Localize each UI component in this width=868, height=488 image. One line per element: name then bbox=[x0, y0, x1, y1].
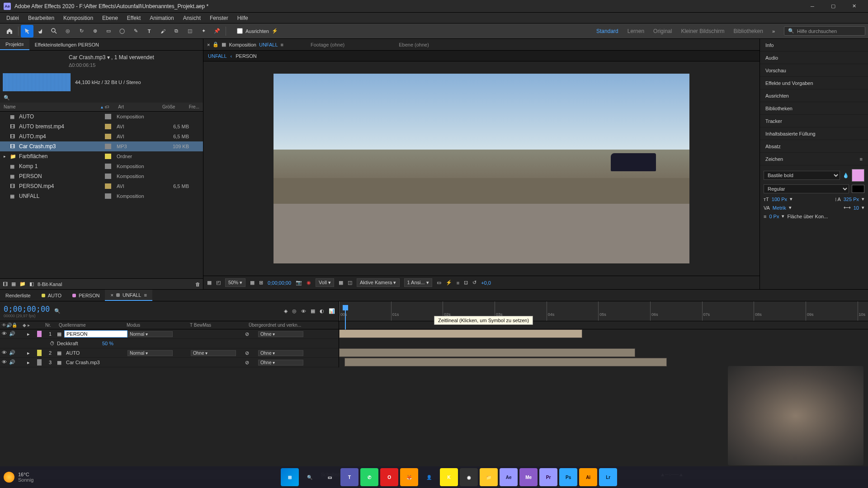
stamp-tool[interactable]: ⧉ bbox=[170, 25, 183, 38]
stroke-width-value[interactable]: 0 Px bbox=[769, 214, 779, 219]
obs-icon[interactable]: ◉ bbox=[460, 468, 478, 486]
pen-tool[interactable]: ✎ bbox=[129, 25, 142, 38]
color-icon[interactable]: ◉ bbox=[307, 280, 311, 286]
reset-exposure-icon[interactable]: ↺ bbox=[472, 280, 476, 286]
workspace-kleiner[interactable]: Kleiner Bildschirm bbox=[681, 28, 724, 34]
frame-blend-icon[interactable]: ▦ bbox=[311, 308, 315, 314]
interpret-icon[interactable]: 🎞 bbox=[3, 282, 8, 287]
3d-icon[interactable]: ◫ bbox=[348, 280, 352, 286]
minimize-button[interactable]: ─ bbox=[802, 0, 823, 13]
menu-ansicht[interactable]: Ansicht bbox=[179, 13, 205, 23]
close-button[interactable]: ✕ bbox=[844, 0, 864, 13]
font-family-dropdown[interactable]: Bastile bold bbox=[764, 171, 840, 180]
app-icon[interactable]: 👤 bbox=[420, 468, 438, 486]
project-column-headers[interactable]: Name ▴ 🏷 Art Größe Fre... bbox=[0, 103, 203, 112]
font-style-dropdown[interactable]: Regular bbox=[764, 184, 849, 193]
layer-bar[interactable] bbox=[339, 348, 635, 357]
layer-bar[interactable] bbox=[344, 358, 667, 366]
tab-auto[interactable]: AUTO bbox=[36, 290, 67, 301]
home-button[interactable] bbox=[3, 25, 16, 38]
menu-hilfe[interactable]: Hilfe bbox=[233, 13, 253, 23]
ellipse-tool[interactable]: ◯ bbox=[116, 25, 128, 38]
camera-dropdown[interactable]: Aktive Kamera ▾ bbox=[357, 278, 400, 287]
current-time[interactable]: 0;00;00;00 bbox=[268, 280, 291, 286]
taskbar-weather[interactable]: 16°C Sonnig bbox=[4, 472, 33, 483]
panel-inhaltsbasierte[interactable]: Inhaltsbasierte Füllung bbox=[760, 127, 868, 140]
anchor-tool[interactable]: ⊕ bbox=[89, 25, 101, 38]
project-item[interactable]: 🎞 Car Crash.mp3 MP3 109 KB bbox=[0, 141, 203, 151]
panel-absatz[interactable]: Absatz bbox=[760, 140, 868, 153]
panel-ausrichten[interactable]: Ausrichten bbox=[760, 89, 868, 102]
timeline-layer[interactable]: 👁🔊 ▸ 3 ▦ Car Crash.mp3 ⊘ Ohne ▾ bbox=[0, 358, 339, 367]
shy-icon[interactable]: 👁 bbox=[301, 309, 306, 314]
layer-property[interactable]: ⏱Deckkraft50 % bbox=[0, 339, 339, 348]
project-item[interactable]: ▦ AUTO Komposition bbox=[0, 112, 203, 122]
resolution-dropdown[interactable]: Voll ▾ bbox=[316, 278, 334, 287]
lightroom-icon[interactable]: Lr bbox=[599, 468, 617, 486]
kerning-value[interactable]: Metrik bbox=[773, 205, 786, 211]
graph-editor-icon[interactable]: 📊 bbox=[329, 308, 335, 314]
timeline-icon[interactable]: ≡ bbox=[457, 280, 459, 286]
views-dropdown[interactable]: 1 Ansi... ▾ bbox=[404, 278, 432, 287]
selection-tool[interactable] bbox=[21, 25, 33, 38]
layer-label[interactable]: Ebene (ohne) bbox=[399, 42, 429, 47]
leading-value[interactable]: 325 Px bbox=[844, 197, 859, 202]
timeline-layers-list[interactable]: 👁🔊 ▸ 1 ▦ PERSON Normal ▾ ⊘ Ohne ▾⏱Deckkr… bbox=[0, 329, 339, 367]
text-tool[interactable]: T bbox=[143, 25, 156, 38]
tab-renderliste[interactable]: Renderliste bbox=[0, 290, 36, 301]
maximize-button[interactable]: ▢ bbox=[823, 0, 844, 13]
fast-preview-icon[interactable]: ⚡ bbox=[446, 280, 452, 286]
menu-ebene[interactable]: Ebene bbox=[98, 13, 123, 23]
lock-icon[interactable]: 🔒 bbox=[212, 42, 219, 47]
tab-unfall[interactable]: ×UNFALL≡ bbox=[105, 290, 152, 301]
mask-icon[interactable]: ◰ bbox=[216, 280, 221, 286]
tab-projekt[interactable]: Projekt ≡ bbox=[0, 39, 29, 50]
menu-bearbeiten[interactable]: Bearbeiten bbox=[24, 13, 59, 23]
draft-3d-icon[interactable]: ◎ bbox=[292, 308, 297, 314]
workspace-original[interactable]: Original bbox=[653, 28, 672, 34]
rotate-tool[interactable]: ↻ bbox=[75, 25, 88, 38]
tab-person[interactable]: PERSON bbox=[67, 290, 105, 301]
fill-color-swatch[interactable] bbox=[852, 169, 864, 182]
hand-tool[interactable] bbox=[34, 25, 47, 38]
timeline-layer[interactable]: 👁🔊 ▸ 2 ▦ AUTO Normal ▾ Ohne ▾ ⊘ Ohne ▾ bbox=[0, 348, 339, 358]
new-comp-icon[interactable]: ▦ bbox=[11, 281, 16, 287]
project-item[interactable]: 🎞 AUTO bremst.mp4 AVI 6,5 MB bbox=[0, 122, 203, 131]
project-item[interactable]: 🎞 PERSON.mp4 AVI 6,5 MB bbox=[0, 181, 203, 191]
opera-icon[interactable]: O bbox=[380, 468, 398, 486]
panel-bibliotheken[interactable]: Bibliotheken bbox=[760, 102, 868, 115]
menu-fenster[interactable]: Fenster bbox=[205, 13, 233, 23]
guides-icon[interactable]: ⊞ bbox=[259, 280, 263, 286]
tab-effect-controls[interactable]: Effekteinstellungen PERSON bbox=[29, 39, 104, 50]
tracking-value[interactable]: 10 bbox=[854, 205, 859, 211]
premiere-icon[interactable]: Pr bbox=[539, 468, 557, 486]
media-encoder-icon[interactable]: Me bbox=[519, 468, 538, 486]
panel-zeichen[interactable]: Zeichen≡ bbox=[760, 153, 868, 165]
timeline-ruler[interactable]: Zeitlineal (Klicken, um Symbol zu setzen… bbox=[339, 301, 868, 321]
project-item[interactable]: ▦ Komp 1 Komposition bbox=[0, 161, 203, 171]
flowchart-icon[interactable]: ⊡ bbox=[464, 280, 468, 286]
firefox-icon[interactable]: 🦊 bbox=[400, 468, 418, 486]
breadcrumb-item[interactable]: PERSON bbox=[236, 53, 256, 59]
project-item[interactable]: ▦ PERSON Komposition bbox=[0, 171, 203, 181]
snapshot-icon[interactable]: 📷 bbox=[296, 280, 302, 286]
more-workspaces-icon[interactable]: » bbox=[772, 28, 775, 34]
new-folder-icon[interactable]: 📁 bbox=[19, 281, 26, 287]
menu-datei[interactable]: Datei bbox=[2, 13, 24, 23]
pixel-aspect-icon[interactable]: ▭ bbox=[437, 280, 441, 286]
eyedropper-icon[interactable]: 💧 bbox=[843, 173, 849, 178]
help-search[interactable]: 🔍 Hilfe durchsuchen bbox=[784, 26, 865, 36]
layer-bar[interactable] bbox=[339, 329, 582, 338]
comp-preview-area[interactable] bbox=[203, 61, 760, 276]
roto-tool[interactable]: ✦ bbox=[197, 25, 210, 38]
panel-audio[interactable]: Audio bbox=[760, 52, 868, 64]
start-button[interactable]: ⊞ bbox=[281, 468, 299, 486]
teams-icon[interactable]: T bbox=[340, 468, 359, 486]
zoom-dropdown[interactable]: 50% ▾ bbox=[225, 278, 245, 287]
timeline-layer[interactable]: 👁🔊 ▸ 1 ▦ PERSON Normal ▾ ⊘ Ohne ▾ bbox=[0, 329, 339, 339]
menu-animation[interactable]: Animation bbox=[145, 13, 178, 23]
stroke-swatch-icon[interactable] bbox=[852, 185, 864, 193]
alpha-icon[interactable]: ▦ bbox=[207, 280, 212, 286]
project-item[interactable]: ▸ 📁 Farbflächen Ordner bbox=[0, 151, 203, 161]
panel-vorschau[interactable]: Vorschau bbox=[760, 64, 868, 77]
